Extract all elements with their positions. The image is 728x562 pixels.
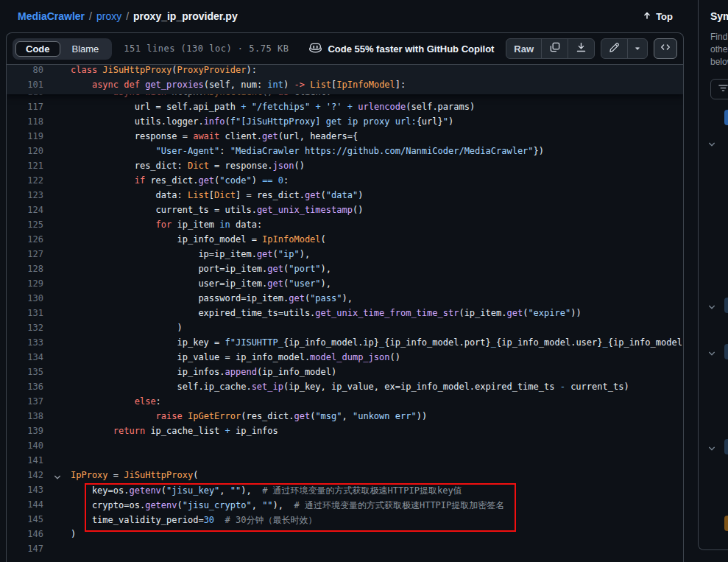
code-text: time_validity_period=30 # 30分钟（最长时效） (71, 514, 317, 529)
breadcrumb-separator: / (89, 10, 92, 22)
line-number[interactable]: 139 (7, 426, 43, 440)
raw-button[interactable]: Raw (506, 39, 542, 58)
symbol-tree-row[interactable] (699, 344, 728, 360)
symbol-tree-row[interactable] (699, 439, 728, 455)
code-text: IpProxy = JiSuHttpProxy( (71, 470, 198, 485)
fold-chevron-down-icon[interactable] (43, 470, 71, 485)
tab-code[interactable]: Code (15, 41, 60, 57)
line-number[interactable]: 141 (7, 455, 43, 470)
code-text: crypto=os.getenv("jisu_crypto", ""), # 通… (71, 499, 504, 514)
symbol-tree-row[interactable] (699, 298, 728, 314)
breadcrumb-repo-link[interactable]: MediaCrawler (18, 10, 85, 22)
line-number[interactable]: 125 (7, 219, 43, 234)
line-number[interactable]: 101 (7, 80, 43, 94)
symbol-kind-badge (724, 344, 728, 359)
line-number[interactable]: 121 (7, 161, 43, 175)
gutter-spacer (43, 131, 71, 146)
tab-blame[interactable]: Blame (62, 41, 110, 57)
code-text: url = self.api_path + "/fetchips" + '?' … (71, 102, 475, 116)
line-number[interactable]: 118 (7, 116, 43, 131)
line-number[interactable]: 130 (7, 293, 43, 308)
line-number[interactable]: 142 (7, 470, 43, 485)
gutter-spacer (43, 411, 71, 426)
line-number[interactable]: 120 (7, 146, 43, 161)
edit-file-button[interactable] (601, 39, 628, 58)
symbol-tree-row[interactable] (699, 110, 728, 126)
code-line: 133 ip_key = f"JISUHTTP_{ip_info_model.i… (7, 337, 683, 352)
code-line: 142IpProxy = JiSuHttpProxy( (7, 470, 683, 485)
line-number[interactable]: 138 (7, 411, 43, 426)
line-number[interactable]: 147 (7, 544, 43, 558)
line-number[interactable]: 145 (7, 514, 43, 529)
code-line: 121 res_dict: Dict = response.json() (7, 161, 683, 175)
gutter-spacer (43, 116, 71, 131)
line-number[interactable]: 80 (7, 65, 43, 80)
gutter-spacer (43, 485, 71, 499)
line-number[interactable]: 127 (7, 249, 43, 264)
gutter-spacer (43, 426, 71, 440)
code-line: 141 (7, 455, 683, 470)
code-text: res_dict: Dict = response.json() (71, 161, 305, 175)
symbols-filter-box[interactable] (710, 79, 728, 99)
gutter-spacer (43, 102, 71, 116)
line-number[interactable]: 132 (7, 323, 43, 337)
symbols-panel-description-line: below or in the code. (710, 56, 728, 69)
copilot-icon (309, 41, 322, 56)
line-number[interactable]: 140 (7, 440, 43, 455)
line-number[interactable]: 122 (7, 175, 43, 190)
chevron-down-icon[interactable] (707, 138, 716, 152)
caret-down-icon (634, 43, 641, 55)
line-number[interactable]: 143 (7, 485, 43, 499)
chevron-down-icon[interactable] (707, 348, 716, 361)
symbol-tree-row[interactable] (699, 516, 728, 532)
copilot-banner[interactable]: Code 55% faster with GitHub Copilot (309, 41, 494, 56)
code-line: 132 ) (7, 323, 683, 337)
chevron-down-icon[interactable] (707, 443, 716, 456)
gutter-spacer (43, 514, 71, 529)
line-number[interactable]: 146 (7, 529, 43, 544)
code-blame-switcher: Code Blame (13, 38, 112, 60)
gutter-spacer (43, 161, 71, 175)
back-to-top-button[interactable]: Top (642, 10, 673, 23)
symbol-kind-badge (724, 110, 728, 125)
symbol-tree-row[interactable] (699, 135, 728, 151)
line-number[interactable]: 119 (7, 131, 43, 146)
download-raw-button[interactable] (568, 39, 594, 58)
code-line: 140 (7, 440, 683, 455)
line-number[interactable]: 128 (7, 264, 43, 278)
code-text: ip_key = f"JISUHTTP_{ip_info_model.ip}_{… (71, 337, 682, 352)
gutter-spacer (43, 219, 71, 234)
breadcrumb-separator: / (126, 10, 129, 22)
code-text: async def get_proxies(self, num: int) ->… (71, 80, 406, 94)
line-number[interactable]: 144 (7, 499, 43, 514)
line-number[interactable]: 137 (7, 396, 43, 411)
line-number[interactable]: 124 (7, 205, 43, 219)
breadcrumb-dir-link[interactable]: proxy (96, 10, 121, 22)
code-text: key=os.getenv("jisu_key", ""), # 通过环境变量的… (71, 485, 462, 499)
line-number[interactable]: 129 (7, 278, 43, 293)
code-line: 80class JiSuHttpProxy(ProxyProvider): (7, 65, 683, 80)
line-number[interactable]: 123 (7, 190, 43, 205)
filter-icon (718, 82, 728, 96)
code-line: 117 url = self.api_path + "/fetchips" + … (7, 102, 683, 116)
copy-raw-button[interactable] (542, 39, 568, 58)
file-stats: 151 lines (130 loc) · 5.75 KB (124, 43, 289, 54)
symbols-panel-toggle-button[interactable] (654, 38, 677, 59)
symbol-kind-badge (724, 298, 728, 313)
line-number[interactable]: 131 (7, 308, 43, 323)
code-line: 101 async def get_proxies(self, num: int… (7, 80, 683, 94)
line-number[interactable]: 133 (7, 337, 43, 352)
code-text: data: List[Dict] = res_dict.get("data") (71, 190, 363, 205)
edit-menu-button[interactable] (628, 39, 647, 58)
chevron-down-icon[interactable] (707, 301, 716, 315)
code-pane: 116 async with httpx.AsyncClient() as cl… (7, 65, 683, 561)
gutter-spacer (43, 382, 71, 396)
gutter-spacer (43, 249, 71, 264)
symbols-panel-description-line: Find definitions and references for func… (710, 31, 728, 43)
line-number[interactable]: 134 (7, 352, 43, 367)
line-number[interactable]: 136 (7, 382, 43, 396)
line-number[interactable]: 117 (7, 102, 43, 116)
line-number[interactable]: 126 (7, 234, 43, 249)
line-number[interactable]: 135 (7, 367, 43, 382)
file-toolbar: Code Blame 151 lines (130 loc) · 5.75 KB… (7, 33, 683, 65)
